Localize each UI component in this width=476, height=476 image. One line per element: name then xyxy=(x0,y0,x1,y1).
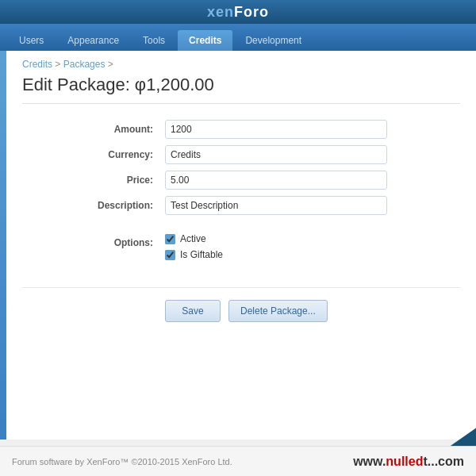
left-accent xyxy=(0,51,6,440)
currency-input[interactable] xyxy=(165,145,387,164)
giftable-checkbox-label[interactable]: Is Giftable xyxy=(165,249,460,260)
header-bar: xenForo xyxy=(0,0,476,24)
price-row: Price: xyxy=(22,171,460,190)
page-title: Edit Package: φ1,200.00 xyxy=(22,75,460,104)
footer-logo: www.nulledt...com xyxy=(353,455,464,469)
footer: Forum software by XenForo™ ©2010-2015 Xe… xyxy=(0,446,476,476)
content-wrapper: Credits > Packages > Edit Package: φ1,20… xyxy=(0,51,476,440)
footer-copyright: Forum software by XenForo™ ©2010-2015 Xe… xyxy=(12,457,232,466)
price-field xyxy=(165,171,460,190)
nav-credits[interactable]: Credits xyxy=(178,30,232,51)
description-row: Description: xyxy=(22,196,460,215)
options-row: Options: Active Is Giftable xyxy=(22,233,460,271)
currency-row: Currency: xyxy=(22,145,460,164)
price-input[interactable] xyxy=(165,171,387,190)
button-row: Save Delete Package... xyxy=(22,287,460,322)
nav-development[interactable]: Development xyxy=(234,30,313,51)
description-label: Description: xyxy=(22,196,165,211)
site-logo: xenForo xyxy=(207,4,269,21)
active-label-text: Active xyxy=(180,233,206,244)
nav-users[interactable]: Users xyxy=(8,30,55,51)
giftable-checkbox[interactable] xyxy=(165,250,175,260)
price-label: Price: xyxy=(22,171,165,186)
breadcrumb-credits[interactable]: Credits xyxy=(22,59,52,70)
main-content: Credits > Packages > Edit Package: φ1,20… xyxy=(6,51,476,440)
footer-com: t...com xyxy=(423,455,464,468)
amount-input[interactable] xyxy=(165,120,387,139)
nav-tools[interactable]: Tools xyxy=(132,30,176,51)
description-input[interactable] xyxy=(165,196,387,215)
footer-nulled: nulled xyxy=(386,455,423,468)
active-checkbox-label[interactable]: Active xyxy=(165,233,460,244)
breadcrumb-sep2: > xyxy=(105,59,113,70)
amount-row: Amount: xyxy=(22,120,460,139)
footer-www: www. xyxy=(353,455,386,468)
active-checkbox[interactable] xyxy=(165,234,175,244)
options-label: Options: xyxy=(22,233,165,248)
save-button[interactable]: Save xyxy=(165,300,221,322)
delete-package-button[interactable]: Delete Package... xyxy=(228,300,328,322)
breadcrumb-sep1: > xyxy=(52,59,63,70)
amount-label: Amount: xyxy=(22,120,165,135)
breadcrumb-packages[interactable]: Packages xyxy=(63,59,106,70)
amount-field xyxy=(165,120,460,139)
description-field xyxy=(165,196,460,215)
giftable-label-text: Is Giftable xyxy=(180,249,223,260)
nav-bar: Users Appearance Tools Credits Developme… xyxy=(0,24,476,51)
currency-field xyxy=(165,145,460,164)
page-body: Credits > Packages > Edit Package: φ1,20… xyxy=(0,51,476,440)
options-field: Active Is Giftable xyxy=(165,233,460,265)
logo-foro: Foro xyxy=(234,4,269,20)
nav-appearance[interactable]: Appearance xyxy=(56,30,130,51)
logo-xen: xen xyxy=(207,4,234,20)
currency-label: Currency: xyxy=(22,145,165,160)
breadcrumb: Credits > Packages > xyxy=(22,59,460,70)
